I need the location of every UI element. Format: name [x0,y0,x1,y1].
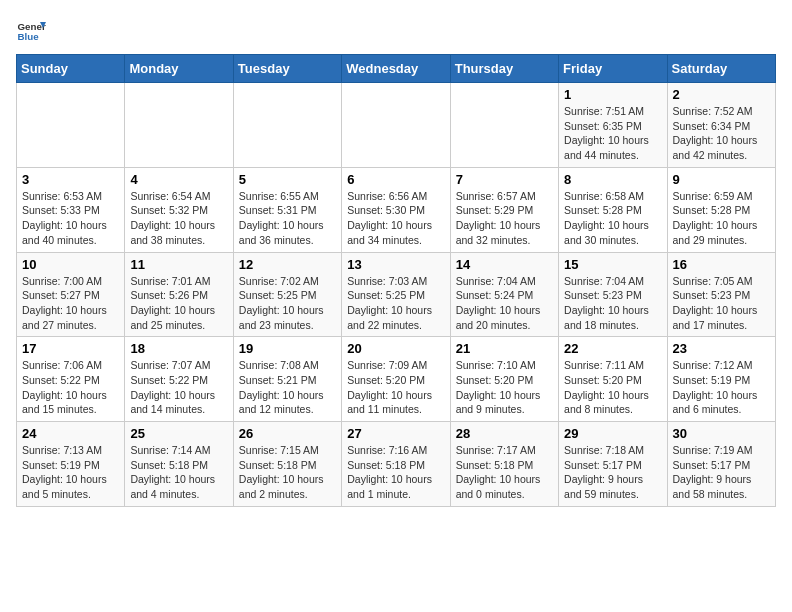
calendar-cell: 2Sunrise: 7:52 AM Sunset: 6:34 PM Daylig… [667,83,775,168]
day-info: Sunrise: 7:14 AM Sunset: 5:18 PM Dayligh… [130,443,227,502]
day-info: Sunrise: 6:55 AM Sunset: 5:31 PM Dayligh… [239,189,336,248]
day-number: 15 [564,257,661,272]
day-number: 28 [456,426,553,441]
day-info: Sunrise: 7:06 AM Sunset: 5:22 PM Dayligh… [22,358,119,417]
day-number: 19 [239,341,336,356]
calendar-cell: 8Sunrise: 6:58 AM Sunset: 5:28 PM Daylig… [559,167,667,252]
day-number: 17 [22,341,119,356]
calendar-cell: 18Sunrise: 7:07 AM Sunset: 5:22 PM Dayli… [125,337,233,422]
day-number: 6 [347,172,444,187]
calendar-cell [125,83,233,168]
day-number: 21 [456,341,553,356]
day-info: Sunrise: 7:52 AM Sunset: 6:34 PM Dayligh… [673,104,770,163]
calendar-cell: 19Sunrise: 7:08 AM Sunset: 5:21 PM Dayli… [233,337,341,422]
calendar-cell [342,83,450,168]
day-number: 24 [22,426,119,441]
calendar-cell: 6Sunrise: 6:56 AM Sunset: 5:30 PM Daylig… [342,167,450,252]
calendar-cell: 20Sunrise: 7:09 AM Sunset: 5:20 PM Dayli… [342,337,450,422]
day-info: Sunrise: 7:10 AM Sunset: 5:20 PM Dayligh… [456,358,553,417]
day-info: Sunrise: 7:12 AM Sunset: 5:19 PM Dayligh… [673,358,770,417]
calendar-cell: 4Sunrise: 6:54 AM Sunset: 5:32 PM Daylig… [125,167,233,252]
calendar-cell [450,83,558,168]
calendar-cell: 27Sunrise: 7:16 AM Sunset: 5:18 PM Dayli… [342,422,450,507]
weekday-header-friday: Friday [559,55,667,83]
day-info: Sunrise: 7:03 AM Sunset: 5:25 PM Dayligh… [347,274,444,333]
calendar: SundayMondayTuesdayWednesdayThursdayFrid… [16,54,776,507]
day-info: Sunrise: 7:15 AM Sunset: 5:18 PM Dayligh… [239,443,336,502]
day-info: Sunrise: 7:01 AM Sunset: 5:26 PM Dayligh… [130,274,227,333]
day-number: 7 [456,172,553,187]
day-number: 13 [347,257,444,272]
calendar-week-3: 10Sunrise: 7:00 AM Sunset: 5:27 PM Dayli… [17,252,776,337]
day-number: 16 [673,257,770,272]
day-info: Sunrise: 6:58 AM Sunset: 5:28 PM Dayligh… [564,189,661,248]
day-number: 25 [130,426,227,441]
weekday-header-thursday: Thursday [450,55,558,83]
calendar-cell: 23Sunrise: 7:12 AM Sunset: 5:19 PM Dayli… [667,337,775,422]
day-info: Sunrise: 7:11 AM Sunset: 5:20 PM Dayligh… [564,358,661,417]
calendar-cell: 17Sunrise: 7:06 AM Sunset: 5:22 PM Dayli… [17,337,125,422]
day-number: 9 [673,172,770,187]
calendar-cell: 29Sunrise: 7:18 AM Sunset: 5:17 PM Dayli… [559,422,667,507]
calendar-cell: 22Sunrise: 7:11 AM Sunset: 5:20 PM Dayli… [559,337,667,422]
day-number: 4 [130,172,227,187]
calendar-cell: 25Sunrise: 7:14 AM Sunset: 5:18 PM Dayli… [125,422,233,507]
day-number: 20 [347,341,444,356]
calendar-cell: 26Sunrise: 7:15 AM Sunset: 5:18 PM Dayli… [233,422,341,507]
calendar-cell: 30Sunrise: 7:19 AM Sunset: 5:17 PM Dayli… [667,422,775,507]
day-info: Sunrise: 6:57 AM Sunset: 5:29 PM Dayligh… [456,189,553,248]
calendar-cell: 12Sunrise: 7:02 AM Sunset: 5:25 PM Dayli… [233,252,341,337]
day-info: Sunrise: 6:59 AM Sunset: 5:28 PM Dayligh… [673,189,770,248]
calendar-cell: 5Sunrise: 6:55 AM Sunset: 5:31 PM Daylig… [233,167,341,252]
logo: General Blue [16,16,46,46]
calendar-cell: 7Sunrise: 6:57 AM Sunset: 5:29 PM Daylig… [450,167,558,252]
day-number: 3 [22,172,119,187]
weekday-header-monday: Monday [125,55,233,83]
calendar-cell: 15Sunrise: 7:04 AM Sunset: 5:23 PM Dayli… [559,252,667,337]
calendar-cell: 24Sunrise: 7:13 AM Sunset: 5:19 PM Dayli… [17,422,125,507]
day-info: Sunrise: 7:51 AM Sunset: 6:35 PM Dayligh… [564,104,661,163]
day-info: Sunrise: 7:16 AM Sunset: 5:18 PM Dayligh… [347,443,444,502]
calendar-cell: 11Sunrise: 7:01 AM Sunset: 5:26 PM Dayli… [125,252,233,337]
calendar-cell: 1Sunrise: 7:51 AM Sunset: 6:35 PM Daylig… [559,83,667,168]
header: General Blue [16,16,776,46]
day-number: 23 [673,341,770,356]
day-number: 11 [130,257,227,272]
weekday-header-saturday: Saturday [667,55,775,83]
day-info: Sunrise: 7:13 AM Sunset: 5:19 PM Dayligh… [22,443,119,502]
weekday-header-tuesday: Tuesday [233,55,341,83]
calendar-header-row: SundayMondayTuesdayWednesdayThursdayFrid… [17,55,776,83]
day-number: 26 [239,426,336,441]
logo-icon: General Blue [16,16,46,46]
day-info: Sunrise: 6:54 AM Sunset: 5:32 PM Dayligh… [130,189,227,248]
calendar-cell [17,83,125,168]
day-number: 30 [673,426,770,441]
day-number: 22 [564,341,661,356]
day-info: Sunrise: 7:02 AM Sunset: 5:25 PM Dayligh… [239,274,336,333]
day-info: Sunrise: 7:05 AM Sunset: 5:23 PM Dayligh… [673,274,770,333]
calendar-week-2: 3Sunrise: 6:53 AM Sunset: 5:33 PM Daylig… [17,167,776,252]
calendar-week-1: 1Sunrise: 7:51 AM Sunset: 6:35 PM Daylig… [17,83,776,168]
day-info: Sunrise: 7:04 AM Sunset: 5:23 PM Dayligh… [564,274,661,333]
day-info: Sunrise: 7:19 AM Sunset: 5:17 PM Dayligh… [673,443,770,502]
day-info: Sunrise: 7:17 AM Sunset: 5:18 PM Dayligh… [456,443,553,502]
day-info: Sunrise: 7:08 AM Sunset: 5:21 PM Dayligh… [239,358,336,417]
day-number: 12 [239,257,336,272]
day-info: Sunrise: 7:07 AM Sunset: 5:22 PM Dayligh… [130,358,227,417]
calendar-cell: 14Sunrise: 7:04 AM Sunset: 5:24 PM Dayli… [450,252,558,337]
calendar-week-4: 17Sunrise: 7:06 AM Sunset: 5:22 PM Dayli… [17,337,776,422]
svg-text:Blue: Blue [18,31,40,42]
calendar-cell: 13Sunrise: 7:03 AM Sunset: 5:25 PM Dayli… [342,252,450,337]
day-number: 27 [347,426,444,441]
day-info: Sunrise: 7:09 AM Sunset: 5:20 PM Dayligh… [347,358,444,417]
calendar-cell: 16Sunrise: 7:05 AM Sunset: 5:23 PM Dayli… [667,252,775,337]
day-info: Sunrise: 6:56 AM Sunset: 5:30 PM Dayligh… [347,189,444,248]
calendar-cell: 28Sunrise: 7:17 AM Sunset: 5:18 PM Dayli… [450,422,558,507]
day-info: Sunrise: 7:04 AM Sunset: 5:24 PM Dayligh… [456,274,553,333]
day-info: Sunrise: 6:53 AM Sunset: 5:33 PM Dayligh… [22,189,119,248]
day-number: 10 [22,257,119,272]
calendar-cell: 3Sunrise: 6:53 AM Sunset: 5:33 PM Daylig… [17,167,125,252]
day-info: Sunrise: 7:18 AM Sunset: 5:17 PM Dayligh… [564,443,661,502]
day-number: 8 [564,172,661,187]
day-number: 2 [673,87,770,102]
